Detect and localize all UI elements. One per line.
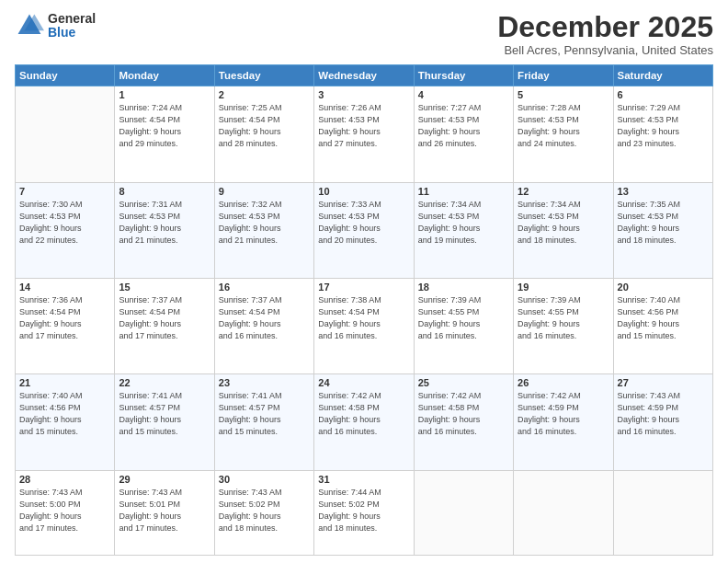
table-row: 18Sunrise: 7:39 AM Sunset: 4:55 PM Dayli… xyxy=(414,278,513,373)
title-block: December 2025 Bell Acres, Pennsylvania, … xyxy=(497,11,713,57)
table-row: 9Sunrise: 7:32 AM Sunset: 4:53 PM Daylig… xyxy=(214,182,313,278)
day-number: 19 xyxy=(518,282,609,293)
day-number: 9 xyxy=(219,186,310,197)
table-row: 26Sunrise: 7:42 AM Sunset: 4:59 PM Dayli… xyxy=(514,374,613,470)
table-row: 14Sunrise: 7:36 AM Sunset: 4:54 PM Dayli… xyxy=(16,278,115,373)
day-info: Sunrise: 7:28 AM Sunset: 4:53 PM Dayligh… xyxy=(518,102,609,150)
page: General Blue December 2025 Bell Acres, P… xyxy=(0,0,728,563)
day-info: Sunrise: 7:39 AM Sunset: 4:55 PM Dayligh… xyxy=(518,294,609,342)
day-info: Sunrise: 7:39 AM Sunset: 4:55 PM Dayligh… xyxy=(418,294,509,342)
day-number: 30 xyxy=(219,474,310,485)
day-info: Sunrise: 7:26 AM Sunset: 4:53 PM Dayligh… xyxy=(318,102,409,150)
day-info: Sunrise: 7:40 AM Sunset: 4:56 PM Dayligh… xyxy=(618,294,709,342)
day-info: Sunrise: 7:43 AM Sunset: 4:59 PM Dayligh… xyxy=(618,390,709,438)
day-number: 2 xyxy=(219,89,310,100)
day-info: Sunrise: 7:30 AM Sunset: 4:53 PM Dayligh… xyxy=(19,199,110,247)
table-row: 11Sunrise: 7:34 AM Sunset: 4:53 PM Dayli… xyxy=(414,182,513,278)
day-info: Sunrise: 7:27 AM Sunset: 4:53 PM Dayligh… xyxy=(418,102,509,150)
day-number: 24 xyxy=(318,377,409,388)
day-info: Sunrise: 7:32 AM Sunset: 4:53 PM Dayligh… xyxy=(219,199,310,247)
table-row xyxy=(514,470,613,556)
calendar-table: Sunday Monday Tuesday Wednesday Thursday… xyxy=(15,64,713,556)
day-info: Sunrise: 7:42 AM Sunset: 4:59 PM Dayligh… xyxy=(518,390,609,438)
day-info: Sunrise: 7:42 AM Sunset: 4:58 PM Dayligh… xyxy=(418,390,509,438)
col-saturday: Saturday xyxy=(613,65,712,86)
day-number: 4 xyxy=(418,89,509,100)
logo-text: General Blue xyxy=(48,12,96,40)
day-info: Sunrise: 7:42 AM Sunset: 4:58 PM Dayligh… xyxy=(318,390,409,438)
day-number: 18 xyxy=(418,282,509,293)
table-row: 4Sunrise: 7:27 AM Sunset: 4:53 PM Daylig… xyxy=(414,86,513,182)
day-number: 21 xyxy=(19,377,110,388)
day-number: 28 xyxy=(19,474,110,485)
col-friday: Friday xyxy=(514,65,613,86)
table-row xyxy=(414,470,513,556)
col-monday: Monday xyxy=(115,65,214,86)
logo: General Blue xyxy=(15,11,96,40)
col-tuesday: Tuesday xyxy=(214,65,313,86)
day-info: Sunrise: 7:33 AM Sunset: 4:53 PM Dayligh… xyxy=(318,199,409,247)
table-row: 13Sunrise: 7:35 AM Sunset: 4:53 PM Dayli… xyxy=(613,182,712,278)
day-number: 11 xyxy=(418,186,509,197)
table-row: 22Sunrise: 7:41 AM Sunset: 4:57 PM Dayli… xyxy=(115,374,214,470)
day-info: Sunrise: 7:24 AM Sunset: 4:54 PM Dayligh… xyxy=(119,102,210,150)
day-number: 22 xyxy=(119,377,210,388)
table-row: 28Sunrise: 7:43 AM Sunset: 5:00 PM Dayli… xyxy=(16,470,115,556)
day-number: 20 xyxy=(618,282,709,293)
day-number: 17 xyxy=(318,282,409,293)
day-number: 8 xyxy=(119,186,210,197)
table-row: 25Sunrise: 7:42 AM Sunset: 4:58 PM Dayli… xyxy=(414,374,513,470)
table-row: 1Sunrise: 7:24 AM Sunset: 4:54 PM Daylig… xyxy=(115,86,214,182)
day-info: Sunrise: 7:41 AM Sunset: 4:57 PM Dayligh… xyxy=(119,390,210,438)
col-sunday: Sunday xyxy=(16,65,115,86)
day-info: Sunrise: 7:43 AM Sunset: 5:00 PM Dayligh… xyxy=(19,487,110,534)
day-number: 7 xyxy=(19,186,110,197)
day-info: Sunrise: 7:43 AM Sunset: 5:02 PM Dayligh… xyxy=(219,487,310,534)
day-number: 31 xyxy=(318,474,409,485)
col-thursday: Thursday xyxy=(414,65,513,86)
main-title: December 2025 xyxy=(497,11,713,43)
table-row: 30Sunrise: 7:43 AM Sunset: 5:02 PM Dayli… xyxy=(214,470,313,556)
day-number: 1 xyxy=(119,89,210,100)
day-number: 15 xyxy=(119,282,210,293)
table-row: 21Sunrise: 7:40 AM Sunset: 4:56 PM Dayli… xyxy=(16,374,115,470)
header: General Blue December 2025 Bell Acres, P… xyxy=(15,11,713,57)
day-number: 12 xyxy=(518,186,609,197)
day-number: 25 xyxy=(418,377,509,388)
day-info: Sunrise: 7:37 AM Sunset: 4:54 PM Dayligh… xyxy=(119,294,210,342)
day-info: Sunrise: 7:43 AM Sunset: 5:01 PM Dayligh… xyxy=(119,487,210,534)
day-info: Sunrise: 7:35 AM Sunset: 4:53 PM Dayligh… xyxy=(618,199,709,247)
day-number: 16 xyxy=(219,282,310,293)
day-number: 5 xyxy=(518,89,609,100)
table-row: 5Sunrise: 7:28 AM Sunset: 4:53 PM Daylig… xyxy=(514,86,613,182)
table-row: 29Sunrise: 7:43 AM Sunset: 5:01 PM Dayli… xyxy=(115,470,214,556)
table-row: 17Sunrise: 7:38 AM Sunset: 4:54 PM Dayli… xyxy=(314,278,414,373)
day-number: 23 xyxy=(219,377,310,388)
day-info: Sunrise: 7:44 AM Sunset: 5:02 PM Dayligh… xyxy=(318,487,409,534)
table-row: 19Sunrise: 7:39 AM Sunset: 4:55 PM Dayli… xyxy=(514,278,613,373)
day-info: Sunrise: 7:40 AM Sunset: 4:56 PM Dayligh… xyxy=(19,390,110,438)
day-number: 14 xyxy=(19,282,110,293)
day-info: Sunrise: 7:31 AM Sunset: 4:53 PM Dayligh… xyxy=(119,199,210,247)
logo-icon xyxy=(15,11,44,40)
day-info: Sunrise: 7:41 AM Sunset: 4:57 PM Dayligh… xyxy=(219,390,310,438)
table-row: 7Sunrise: 7:30 AM Sunset: 4:53 PM Daylig… xyxy=(16,182,115,278)
col-wednesday: Wednesday xyxy=(314,65,414,86)
day-number: 29 xyxy=(119,474,210,485)
day-info: Sunrise: 7:29 AM Sunset: 4:53 PM Dayligh… xyxy=(618,102,709,150)
day-number: 26 xyxy=(518,377,609,388)
table-row: 31Sunrise: 7:44 AM Sunset: 5:02 PM Dayli… xyxy=(314,470,414,556)
day-info: Sunrise: 7:34 AM Sunset: 4:53 PM Dayligh… xyxy=(418,199,509,247)
day-info: Sunrise: 7:36 AM Sunset: 4:54 PM Dayligh… xyxy=(19,294,110,342)
calendar-header-row: Sunday Monday Tuesday Wednesday Thursday… xyxy=(16,65,713,86)
day-number: 13 xyxy=(618,186,709,197)
table-row: 15Sunrise: 7:37 AM Sunset: 4:54 PM Dayli… xyxy=(115,278,214,373)
day-info: Sunrise: 7:34 AM Sunset: 4:53 PM Dayligh… xyxy=(518,199,609,247)
subtitle: Bell Acres, Pennsylvania, United States xyxy=(497,43,713,57)
table-row: 16Sunrise: 7:37 AM Sunset: 4:54 PM Dayli… xyxy=(214,278,313,373)
day-info: Sunrise: 7:25 AM Sunset: 4:54 PM Dayligh… xyxy=(219,102,310,150)
table-row: 12Sunrise: 7:34 AM Sunset: 4:53 PM Dayli… xyxy=(514,182,613,278)
day-number: 27 xyxy=(618,377,709,388)
day-info: Sunrise: 7:38 AM Sunset: 4:54 PM Dayligh… xyxy=(318,294,409,342)
table-row: 23Sunrise: 7:41 AM Sunset: 4:57 PM Dayli… xyxy=(214,374,313,470)
